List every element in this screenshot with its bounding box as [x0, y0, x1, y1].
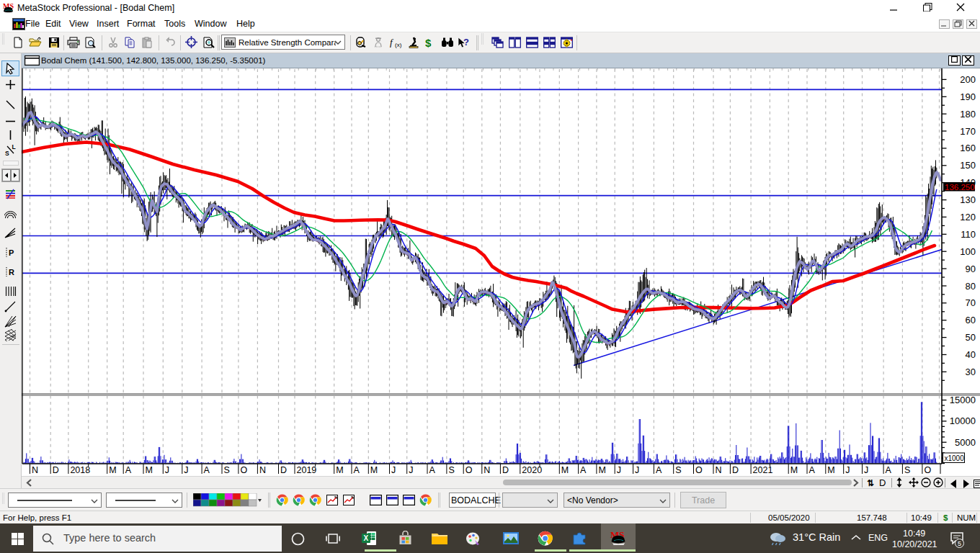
- svg-text:A: A: [429, 465, 436, 475]
- svg-text:D: D: [280, 465, 287, 475]
- svg-text:M: M: [109, 465, 116, 475]
- svg-text:190: 190: [960, 91, 976, 102]
- svg-text:S: S: [5, 150, 9, 156]
- svg-text:2020: 2020: [522, 465, 542, 475]
- svg-text:M: M: [598, 465, 605, 475]
- svg-text:2019: 2019: [297, 465, 317, 475]
- svg-text:$: $: [425, 37, 432, 48]
- svg-text:170: 170: [960, 126, 976, 137]
- svg-text:O: O: [924, 465, 931, 475]
- svg-text:180: 180: [960, 109, 976, 120]
- svg-text:2021: 2021: [753, 465, 773, 475]
- svg-text:N: N: [484, 465, 490, 475]
- svg-text:A: A: [354, 465, 360, 475]
- svg-text:90: 90: [966, 264, 976, 274]
- svg-text:O: O: [695, 465, 703, 475]
- svg-text:D: D: [53, 465, 59, 475]
- svg-text:D: D: [502, 465, 509, 475]
- svg-text:S: S: [448, 465, 454, 475]
- svg-text:J: J: [864, 465, 868, 475]
- svg-text:A: A: [809, 465, 816, 475]
- svg-text:O: O: [240, 465, 247, 475]
- svg-text:J: J: [845, 465, 850, 475]
- svg-text:J: J: [409, 465, 413, 475]
- svg-text:A: A: [886, 465, 892, 475]
- svg-text:?: ?: [463, 37, 469, 48]
- svg-text:J: J: [184, 465, 188, 475]
- svg-text:A: A: [125, 465, 132, 475]
- svg-text:50: 50: [966, 332, 976, 343]
- svg-text:(x): (x): [395, 42, 402, 48]
- svg-text:A: A: [656, 465, 662, 475]
- svg-text:O: O: [466, 465, 473, 475]
- svg-text:80: 80: [966, 281, 976, 292]
- svg-text:D: D: [879, 478, 886, 487]
- svg-text:M: M: [146, 465, 153, 475]
- svg-text:120: 120: [960, 212, 976, 222]
- svg-text:40: 40: [966, 349, 976, 360]
- svg-text:60: 60: [966, 315, 976, 325]
- svg-text:J: J: [391, 465, 396, 475]
- svg-text:J: J: [617, 465, 621, 475]
- svg-text:A: A: [204, 465, 210, 475]
- svg-text:M: M: [561, 465, 569, 475]
- svg-text:M: M: [827, 465, 834, 475]
- svg-text:M: M: [790, 465, 798, 475]
- svg-text:X: X: [364, 534, 369, 542]
- svg-text:110: 110: [961, 229, 976, 240]
- svg-text:N: N: [32, 465, 38, 475]
- svg-text:⇅: ⇅: [867, 478, 874, 487]
- svg-text:A: A: [580, 465, 587, 475]
- svg-text:N: N: [259, 465, 266, 475]
- svg-text:10000: 10000: [950, 415, 976, 426]
- svg-text:70: 70: [966, 297, 976, 308]
- svg-text:M: M: [336, 465, 343, 475]
- svg-text:N: N: [716, 465, 722, 475]
- svg-text:P: P: [9, 248, 14, 257]
- svg-text:100: 100: [960, 246, 976, 257]
- svg-text:S: S: [904, 465, 910, 475]
- svg-text:5000: 5000: [955, 437, 976, 448]
- svg-text:M: M: [370, 465, 378, 475]
- svg-text:200: 200: [960, 74, 976, 85]
- svg-text:R: R: [9, 268, 14, 276]
- svg-text:D: D: [732, 465, 739, 475]
- svg-text:2018: 2018: [70, 465, 90, 475]
- svg-text:J: J: [635, 465, 639, 475]
- svg-text:30: 30: [966, 367, 976, 377]
- svg-text:160: 160: [960, 143, 976, 153]
- svg-text:S: S: [675, 465, 681, 475]
- svg-text:15000: 15000: [950, 395, 976, 405]
- svg-text:136.250: 136.250: [945, 183, 975, 192]
- svg-text:L: L: [12, 143, 16, 150]
- svg-text:x1000: x1000: [945, 454, 965, 462]
- svg-text:f: f: [390, 37, 394, 48]
- svg-text:S: S: [224, 465, 230, 475]
- svg-text:150: 150: [960, 160, 976, 171]
- svg-text:130: 130: [960, 194, 976, 205]
- svg-text:J: J: [165, 465, 169, 475]
